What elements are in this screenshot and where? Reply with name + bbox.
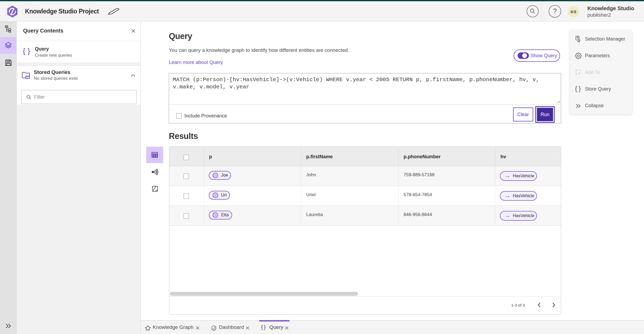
- svg-text:?: ?: [553, 7, 557, 15]
